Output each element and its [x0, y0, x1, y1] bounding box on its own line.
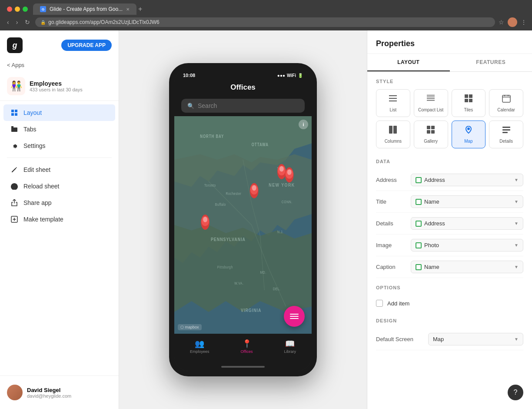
- nav-offices[interactable]: 📍 Offices: [236, 337, 258, 355]
- phone-bottom-nav: 👥 Employees 📍 Offices 📖 Library: [174, 334, 312, 364]
- nav-item-share-app[interactable]: Share app: [3, 194, 115, 211]
- svg-text:MD.: MD.: [260, 271, 266, 275]
- svg-rect-37: [290, 318, 299, 319]
- nav-library[interactable]: 📖 Library: [279, 337, 301, 355]
- svg-rect-40: [389, 101, 397, 101]
- style-details[interactable]: Details: [489, 121, 523, 148]
- style-compact-list[interactable]: Compact List: [414, 89, 448, 117]
- browser-menu-button[interactable]: ⋮: [521, 19, 527, 26]
- bookmark-button[interactable]: ☆: [499, 19, 504, 26]
- forward-button[interactable]: ›: [14, 18, 20, 27]
- svg-rect-0: [11, 110, 14, 112]
- sidebar: g UPGRADE APP < Apps 👫 Employees 433 use…: [0, 30, 119, 409]
- style-map[interactable]: Map: [452, 121, 486, 148]
- back-button[interactable]: ‹: [5, 18, 11, 27]
- signal-icon: ●●●: [277, 73, 285, 78]
- reload-sheet-label: Reload sheet: [23, 183, 60, 190]
- active-tab[interactable]: G Glide - Create Apps from Goo... ✕: [33, 3, 136, 15]
- data-value-image[interactable]: Photo ▼: [411, 239, 523, 251]
- settings-icon: [10, 142, 18, 150]
- tab-close-button[interactable]: ✕: [126, 7, 130, 12]
- style-section-label: STYLE: [376, 79, 523, 84]
- reload-button[interactable]: ↻: [23, 18, 32, 27]
- style-section: STYLE List Compact List: [367, 72, 532, 159]
- map-pin-4: [201, 215, 209, 230]
- style-grid-row1: List Compact List Tiles: [376, 89, 523, 117]
- phone-search-area: 🔍 Search: [174, 95, 312, 116]
- svg-rect-49: [502, 95, 510, 102]
- style-list[interactable]: List: [376, 89, 410, 117]
- style-tiles[interactable]: Tiles: [452, 89, 486, 117]
- nav-item-tabs[interactable]: Tabs: [3, 121, 115, 137]
- design-default-screen-text: Map: [433, 336, 514, 342]
- svg-text:NEW YORK: NEW YORK: [269, 183, 295, 188]
- title-dropdown-icon: ▼: [514, 199, 519, 204]
- nav-item-layout[interactable]: Layout: [3, 104, 115, 121]
- user-avatar: [7, 385, 23, 400]
- tab-features[interactable]: FEATURES: [450, 54, 532, 71]
- app-icon: 👫: [7, 77, 25, 95]
- search-bar[interactable]: 🔍 Search: [181, 99, 305, 113]
- design-default-screen-value[interactable]: Map ▼: [428, 333, 523, 345]
- help-button[interactable]: ?: [508, 385, 523, 400]
- svg-rect-4: [11, 127, 17, 132]
- map-menu-fab-button[interactable]: [284, 306, 305, 327]
- data-value-caption[interactable]: Name ▼: [411, 261, 523, 273]
- nav-item-reload-sheet[interactable]: Reload sheet: [3, 178, 115, 194]
- address-value-text: Address: [424, 177, 512, 183]
- nav-item-make-template[interactable]: Make template: [3, 211, 115, 228]
- phone-screen: 10:08 ●●● WiFi 🔋 Offices 🔍 Search: [174, 68, 312, 371]
- style-calendar[interactable]: Calendar: [489, 89, 523, 117]
- new-tab-button[interactable]: +: [138, 5, 142, 13]
- svg-rect-43: [427, 98, 435, 99]
- svg-rect-1: [15, 110, 17, 112]
- style-columns[interactable]: Columns: [376, 121, 410, 148]
- svg-point-25: [279, 166, 284, 172]
- traffic-light-red[interactable]: [7, 7, 12, 12]
- mapbox-logo-text: ⬡ mapbox: [180, 325, 199, 329]
- columns-style-icon: [389, 125, 397, 136]
- svg-rect-57: [431, 130, 435, 134]
- back-to-apps-link[interactable]: < Apps: [0, 60, 119, 74]
- nav-item-edit-sheet[interactable]: Edit sheet: [3, 161, 115, 178]
- sidebar-top: g UPGRADE APP: [0, 30, 119, 60]
- traffic-light-green[interactable]: [23, 7, 28, 12]
- library-nav-icon: 📖: [285, 339, 295, 349]
- profile-avatar[interactable]: [508, 17, 517, 27]
- upgrade-app-button[interactable]: UPGRADE APP: [61, 40, 112, 51]
- style-gallery[interactable]: Gallery: [414, 121, 448, 148]
- svg-rect-47: [465, 99, 468, 102]
- glide-logo: g: [7, 37, 23, 53]
- image-value-icon: [416, 242, 422, 248]
- svg-rect-39: [389, 98, 397, 99]
- traffic-light-yellow[interactable]: [15, 7, 20, 12]
- phone-status-bar: 10:08 ●●● WiFi 🔋: [174, 68, 312, 80]
- svg-text:PENNSYLVANIA: PENNSYLVANIA: [211, 237, 246, 242]
- data-value-address[interactable]: Address ▼: [411, 174, 523, 186]
- svg-text:Rochester: Rochester: [226, 191, 242, 196]
- caption-value-icon: [416, 264, 422, 270]
- svg-rect-38: [389, 95, 397, 96]
- panel-tabs: LAYOUT FEATURES: [367, 54, 532, 72]
- map-info-button[interactable]: i: [299, 120, 308, 129]
- svg-rect-60: [502, 127, 510, 128]
- mapbox-watermark: ⬡ mapbox: [178, 324, 202, 330]
- options-section: OPTIONS Add item: [367, 285, 532, 318]
- tab-layout[interactable]: LAYOUT: [367, 54, 450, 71]
- svg-text:VIRGINIA: VIRGINIA: [241, 308, 261, 313]
- data-value-title[interactable]: Name ▼: [411, 195, 523, 208]
- wifi-icon: WiFi: [287, 73, 296, 78]
- svg-rect-52: [389, 126, 392, 134]
- nav-item-settings[interactable]: Settings: [3, 137, 115, 154]
- battery-icon: 🔋: [298, 73, 303, 78]
- app-details: Employees 433 users in last 30 days: [30, 80, 83, 92]
- url-bar[interactable]: 🔒 go.glideapps.com/app/OAm2s2UzjLlDcTlx0…: [35, 17, 495, 27]
- tabs-icon: [10, 125, 18, 133]
- nav-employees[interactable]: 👥 Employees: [185, 337, 215, 355]
- data-value-details[interactable]: Address ▼: [411, 217, 523, 230]
- svg-rect-56: [427, 130, 430, 134]
- data-label-image: Image: [376, 242, 411, 248]
- share-app-icon: [10, 199, 18, 207]
- add-item-checkbox[interactable]: [376, 300, 383, 307]
- svg-rect-51: [508, 95, 509, 96]
